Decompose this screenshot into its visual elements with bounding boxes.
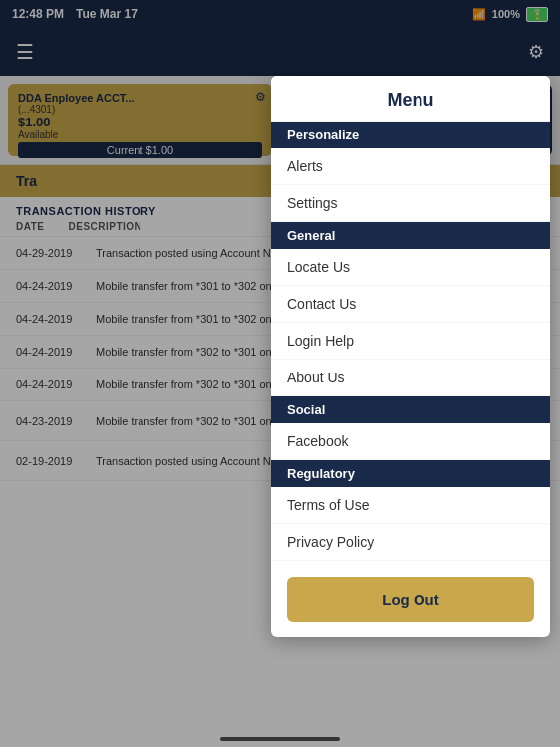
- menu-item-login-help[interactable]: Login Help: [271, 323, 550, 360]
- menu-panel: Menu Personalize Alerts Settings General…: [271, 76, 550, 637]
- menu-section-general: General: [271, 222, 550, 249]
- logout-button[interactable]: Log Out: [287, 577, 534, 622]
- menu-section-personalize: Personalize: [271, 122, 550, 148]
- menu-item-settings[interactable]: Settings: [271, 185, 550, 222]
- menu-item-contact-us[interactable]: Contact Us: [271, 286, 550, 323]
- menu-item-terms-of-use[interactable]: Terms of Use: [271, 487, 550, 524]
- home-indicator: [220, 737, 340, 741]
- menu-section-social: Social: [271, 396, 550, 423]
- menu-section-regulatory: Regulatory: [271, 460, 550, 487]
- menu-item-locate-us[interactable]: Locate Us: [271, 249, 550, 286]
- menu-title: Menu: [271, 76, 550, 122]
- menu-item-privacy-policy[interactable]: Privacy Policy: [271, 524, 550, 561]
- menu-item-about-us[interactable]: About Us: [271, 360, 550, 396]
- menu-item-facebook[interactable]: Facebook: [271, 423, 550, 460]
- menu-item-alerts[interactable]: Alerts: [271, 148, 550, 185]
